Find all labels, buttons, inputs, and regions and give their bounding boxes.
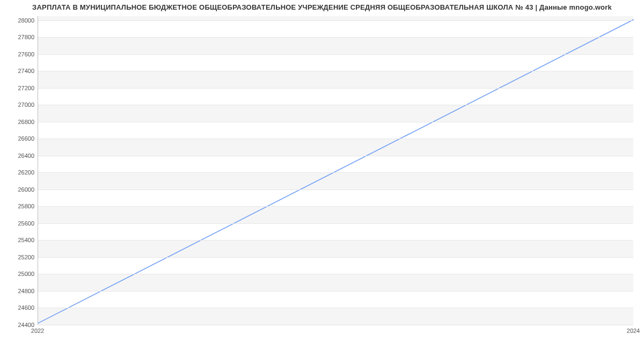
y-tick-label: 26000 bbox=[2, 186, 34, 193]
gridline bbox=[38, 172, 633, 173]
y-tick-label: 26800 bbox=[2, 119, 34, 125]
y-tick-label: 26600 bbox=[2, 135, 34, 142]
y-tick-label: 24400 bbox=[2, 322, 34, 328]
gridline bbox=[38, 54, 633, 55]
plot-area bbox=[38, 16, 633, 325]
gridline bbox=[38, 308, 633, 308]
gridline bbox=[38, 291, 633, 292]
y-tick-label: 27000 bbox=[2, 101, 34, 108]
y-tick-label: 25600 bbox=[2, 220, 34, 227]
series-line bbox=[38, 19, 634, 323]
y-tick-label: 26200 bbox=[2, 169, 34, 176]
y-tick-label: 27200 bbox=[2, 85, 34, 91]
gridline bbox=[38, 206, 633, 207]
gridline bbox=[38, 156, 633, 156]
gridline bbox=[38, 223, 633, 224]
gridline bbox=[38, 240, 633, 241]
gridline bbox=[38, 37, 633, 38]
y-tick-label: 27400 bbox=[2, 68, 34, 74]
gridline bbox=[38, 257, 633, 258]
y-tick-label: 26400 bbox=[2, 152, 34, 159]
x-tick-label: 2024 bbox=[627, 328, 640, 334]
y-tick-label: 24800 bbox=[2, 288, 34, 294]
y-tick-label: 25000 bbox=[2, 271, 34, 277]
gridline bbox=[38, 325, 633, 325]
chart-container: ЗАРПЛАТА В МУНИЦИПАЛЬНОЕ БЮДЖЕТНОЕ ОБЩЕО… bbox=[0, 0, 644, 349]
gridline bbox=[38, 139, 633, 139]
chart-title: ЗАРПЛАТА В МУНИЦИПАЛЬНОЕ БЮДЖЕТНОЕ ОБЩЕО… bbox=[0, 3, 644, 11]
y-tick-label: 25800 bbox=[2, 203, 34, 209]
line-layer bbox=[38, 16, 633, 324]
y-tick-label: 27600 bbox=[2, 51, 34, 57]
gridline bbox=[38, 88, 633, 89]
y-tick-label: 28000 bbox=[2, 17, 34, 24]
gridline bbox=[38, 20, 633, 21]
y-tick-label: 27800 bbox=[2, 34, 34, 40]
y-tick-label: 25400 bbox=[2, 237, 34, 243]
x-tick-label: 2022 bbox=[31, 328, 44, 334]
gridline bbox=[38, 71, 633, 71]
gridline bbox=[38, 274, 633, 274]
gridline bbox=[38, 105, 633, 105]
gridline bbox=[38, 122, 633, 122]
y-tick-label: 25200 bbox=[2, 254, 34, 260]
gridline bbox=[38, 190, 633, 190]
y-tick-label: 24600 bbox=[2, 304, 34, 311]
